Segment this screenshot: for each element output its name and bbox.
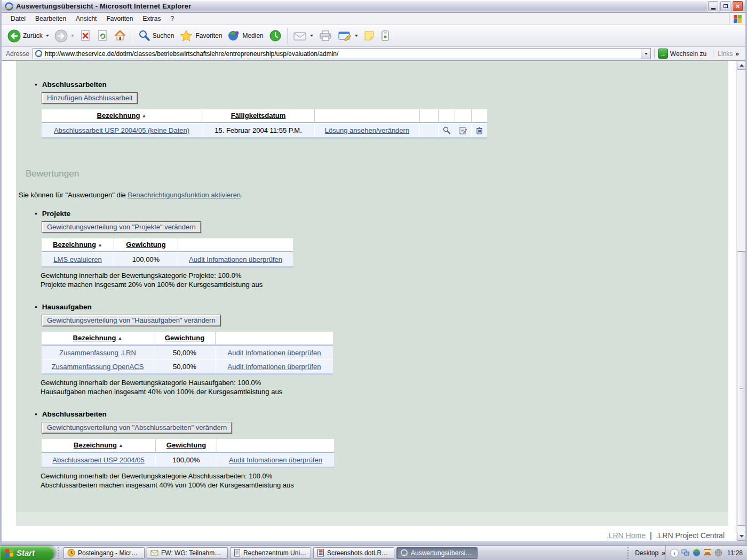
menu-extras[interactable]: Extras bbox=[138, 13, 165, 24]
search-button[interactable]: Suchen bbox=[135, 28, 177, 43]
mail-dropdown-icon[interactable] bbox=[310, 35, 313, 37]
homework-note2: Hausaufgaben machen insgesamt 40% von 10… bbox=[41, 387, 728, 396]
homework-weight-button[interactable]: Gewichtungsverteilung von "Hausaufgaben"… bbox=[42, 315, 221, 326]
scroll-up-button[interactable] bbox=[737, 61, 745, 70]
minimize-button[interactable] bbox=[708, 1, 719, 12]
sort-bezeichnung-link[interactable]: Bezeichnung▲ bbox=[97, 111, 147, 119]
sort-faelligkeitsdatum-link[interactable]: Fälligkeitsdatum bbox=[231, 111, 286, 119]
taskbar-item-rechenzentrum[interactable]: Rechenzentrum Uni K... bbox=[230, 547, 311, 559]
tray-collapse-button[interactable]: ‹ bbox=[670, 549, 679, 557]
back-icon bbox=[7, 29, 21, 43]
discuss-button[interactable] bbox=[361, 29, 378, 43]
item-link[interactable]: Abschlussarbeit USP 2004/05 bbox=[52, 456, 144, 464]
menu-favoriten[interactable]: Favoriten bbox=[101, 13, 138, 24]
taskbar-item-mail[interactable]: FW: WG: Teilnahme v... bbox=[147, 547, 228, 559]
address-dropdown-button[interactable] bbox=[641, 49, 650, 59]
sort-asc-icon: ▲ bbox=[118, 443, 123, 448]
browser-window: Auswertungsübersicht - Microsoft Interne… bbox=[0, 0, 747, 545]
restore-button[interactable] bbox=[720, 1, 731, 12]
sort-gewichtung-link[interactable]: Gewichtung bbox=[166, 441, 206, 449]
messenger-button[interactable] bbox=[378, 29, 393, 43]
assignment-link[interactable]: Abschlussarbeit USP 2004/05 (keine Daten… bbox=[54, 126, 189, 134]
go-button[interactable]: → Wechseln zu bbox=[654, 49, 710, 59]
sort-gewichtung-link[interactable]: Gewichtung bbox=[126, 241, 165, 249]
address-input[interactable] bbox=[45, 49, 641, 59]
favorites-button[interactable]: Favoriten bbox=[177, 28, 225, 43]
address-input-box bbox=[33, 48, 651, 59]
solution-link[interactable]: Lösung ansehen/verändern bbox=[325, 126, 409, 134]
item-link[interactable]: Zusammenfassung .LRN bbox=[59, 349, 136, 357]
network-monitors-icon[interactable] bbox=[681, 549, 690, 557]
scroll-down-button[interactable] bbox=[737, 532, 745, 541]
weight-value: 50,00% bbox=[154, 346, 215, 359]
lrn-home-link[interactable]: .LRN Home bbox=[607, 531, 646, 540]
outlook-icon bbox=[67, 549, 75, 557]
projects-weight-button[interactable]: Gewichtungsverteilung von "Projekte" ver… bbox=[42, 221, 201, 233]
sort-gewichtung-link[interactable]: Gewichtung bbox=[165, 334, 204, 342]
taskbar-item-posteingang[interactable]: Posteingang - Micros... bbox=[63, 547, 145, 559]
table-row: Zusammenfassung .LRN 50,00% Audit Infoma… bbox=[42, 346, 333, 359]
sort-bezeichnung-link[interactable]: Bezeichnung▲ bbox=[73, 334, 123, 342]
taskbar-item-auswertung[interactable]: Auswertungsübersich... bbox=[396, 547, 478, 559]
delete-icon[interactable] bbox=[476, 126, 483, 134]
item-link[interactable]: LMS evaluieren bbox=[53, 255, 101, 263]
system-tray: ‹ 11:28 bbox=[665, 546, 747, 560]
menu-ansicht[interactable]: Ansicht bbox=[71, 13, 101, 24]
display-settings-icon[interactable] bbox=[703, 549, 712, 557]
menu-bearbeiten[interactable]: Bearbeiten bbox=[30, 13, 71, 24]
sort-bezeichnung-link[interactable]: Bezeichnung▲ bbox=[53, 241, 102, 249]
browser-toolbar: Zurück Suchen Favoriten Medien bbox=[2, 25, 745, 47]
history-button[interactable] bbox=[266, 28, 284, 43]
item-link[interactable]: Zusammenfassung OpenACS bbox=[52, 363, 144, 371]
messenger-icon bbox=[380, 30, 390, 42]
close-button[interactable]: × bbox=[732, 1, 743, 12]
forward-dropdown-icon[interactable] bbox=[71, 35, 74, 37]
theses-weight-button[interactable]: Gewichtungsverteilung von "Abschlussarbe… bbox=[42, 422, 232, 434]
edit-icon[interactable] bbox=[459, 126, 467, 134]
projects-heading: Projekte bbox=[35, 210, 728, 218]
add-assignment-button[interactable]: Hinzufügen Abschlussarbeit bbox=[42, 92, 138, 104]
window-title: Auswertungsübersicht - Microsoft Interne… bbox=[16, 2, 192, 10]
document-icon bbox=[234, 549, 241, 557]
menu-datei[interactable]: Datei bbox=[6, 13, 30, 24]
search-icon bbox=[138, 29, 150, 42]
back-dropdown-icon[interactable] bbox=[46, 35, 49, 37]
links-toolbar[interactable]: Links » bbox=[713, 50, 743, 58]
desktop-chevron-icon[interactable]: » bbox=[662, 549, 665, 557]
edit-dropdown-icon[interactable] bbox=[355, 35, 358, 37]
notification-line: Sie können für "Auswertungen" die Benach… bbox=[19, 191, 728, 199]
edit-button[interactable] bbox=[335, 29, 361, 43]
home-button[interactable] bbox=[111, 28, 129, 43]
audit-link[interactable]: Audit Infomationen überprüfen bbox=[189, 255, 282, 263]
mail-button[interactable] bbox=[290, 29, 316, 43]
audit-link[interactable]: Audit Infomationen überprüfen bbox=[228, 349, 321, 357]
globe-icon[interactable] bbox=[693, 549, 701, 557]
media-button[interactable]: Medien bbox=[225, 28, 266, 43]
start-button[interactable]: Start bbox=[0, 546, 54, 560]
zoom-icon[interactable] bbox=[443, 126, 450, 134]
scrollbar-thumb[interactable] bbox=[737, 251, 745, 526]
desktop-toolbar[interactable]: Desktop bbox=[635, 549, 658, 557]
audit-link[interactable]: Audit Infomationen überprüfen bbox=[229, 456, 322, 464]
notification-link[interactable]: Benachrichtigungsfunktion aktivieren bbox=[128, 191, 241, 199]
offline-globe-icon[interactable] bbox=[714, 549, 722, 557]
forward-button[interactable] bbox=[52, 28, 77, 44]
address-label: Adresse bbox=[6, 50, 29, 58]
links-chevron-icon: » bbox=[735, 50, 739, 58]
back-button[interactable]: Zurück bbox=[5, 28, 52, 44]
projects-table: Bezeichnung▲ Gewichtung LMS evaluieren 1… bbox=[42, 238, 293, 268]
audit-link[interactable]: Audit Infomationen überprüfen bbox=[228, 363, 321, 371]
stop-button[interactable] bbox=[77, 28, 94, 43]
footer-separator: | bbox=[650, 531, 652, 540]
edit-page-icon bbox=[338, 30, 352, 42]
vertical-scrollbar[interactable] bbox=[736, 61, 745, 541]
projects-note1: Gewichtung innerhalb der Bewertungskateg… bbox=[41, 271, 728, 280]
menu-hilfe[interactable]: ? bbox=[165, 13, 179, 24]
taskbar-grip[interactable] bbox=[56, 547, 61, 559]
desktop-toolbar-grip[interactable] bbox=[625, 547, 630, 559]
taskbar-clock: 11:28 bbox=[727, 549, 743, 557]
sort-bezeichnung-link[interactable]: Bezeichnung▲ bbox=[74, 441, 123, 449]
print-button[interactable] bbox=[316, 28, 335, 43]
taskbar-item-screenshots[interactable]: Screenshots dotLRN.... bbox=[313, 547, 394, 559]
refresh-button[interactable] bbox=[94, 28, 111, 43]
